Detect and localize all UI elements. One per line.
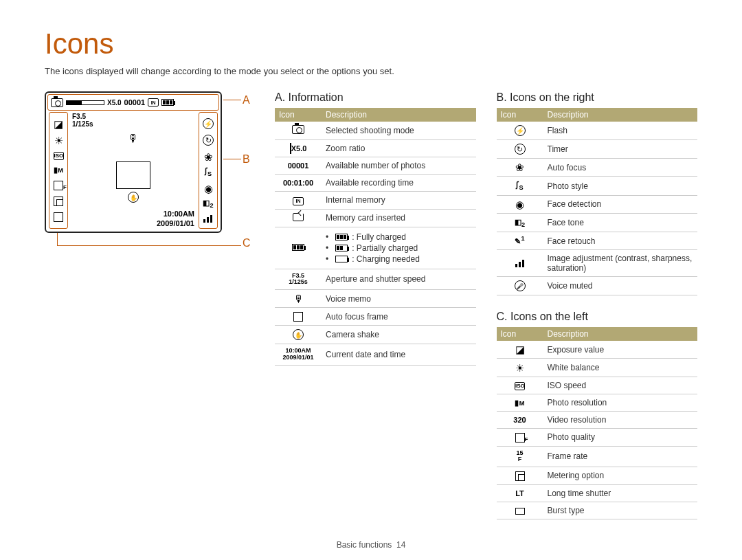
desc: Memory card inserted bbox=[322, 209, 476, 227]
desc: Zoom ratio bbox=[322, 140, 476, 157]
table-b: IconDescription Flash Timer ❀Auto focus … bbox=[497, 108, 698, 295]
desc: Available number of photos bbox=[322, 157, 476, 175]
camera-mode-icon bbox=[51, 98, 63, 107]
desc: Internal memory bbox=[322, 192, 476, 210]
voice-muted-icon bbox=[515, 280, 526, 291]
desc: Auto focus frame bbox=[322, 308, 476, 326]
table-c: IconDescription ◪Exposure value ☀White b… bbox=[497, 327, 698, 519]
battery-full-icon bbox=[335, 234, 348, 240]
desc: Camera shake bbox=[322, 326, 476, 344]
photo-resolution-icon: ▮м bbox=[515, 399, 524, 407]
label-a: A bbox=[243, 94, 250, 107]
label-c: C bbox=[243, 237, 251, 249]
long-time-shutter-icon: LT bbox=[515, 490, 524, 497]
flash-icon bbox=[515, 125, 526, 136]
col-icon: Icon bbox=[275, 108, 322, 122]
col-desc: Description bbox=[543, 108, 698, 122]
timer-icon bbox=[515, 144, 526, 155]
zoom-label: X5.0 bbox=[107, 99, 122, 107]
battery-partial-icon bbox=[335, 245, 348, 251]
rec-time-icon: 00:01:00 bbox=[283, 179, 313, 187]
desc: Available recording time bbox=[322, 175, 476, 192]
face-retouch-icon: ✎1 bbox=[515, 236, 524, 245]
section-c-heading: C. Icons on the left bbox=[497, 311, 698, 323]
auto-focus-icon: ❀ bbox=[204, 152, 213, 162]
auto-focus-icon: ❀ bbox=[515, 162, 524, 172]
col-icon: Icon bbox=[497, 108, 543, 122]
iso-speed-icon: ISO bbox=[515, 382, 525, 390]
battery-icon bbox=[292, 244, 304, 251]
exposure-value-icon: ◪ bbox=[515, 344, 525, 355]
intro-text: The icons displayed will change accordin… bbox=[45, 66, 697, 76]
image-adjust-icon bbox=[515, 260, 525, 267]
section-a: A. Information Icon Description Selected… bbox=[275, 91, 476, 519]
aperture-shutter-icon: F3.51/125s bbox=[289, 273, 308, 286]
voice-memo-icon: 🎙 bbox=[46, 133, 221, 145]
section-c: C. Icons on the left IconDescription ◪Ex… bbox=[497, 311, 698, 519]
main-layout: X5.0 00001 IN F3.51/125s ❀ ʃS ◉ ◧2 bbox=[45, 91, 697, 519]
image-adjust-icon bbox=[203, 215, 213, 223]
exposure-value-icon: ◪ bbox=[54, 119, 63, 129]
desc: Voice memo bbox=[322, 289, 476, 307]
page-title: Icons bbox=[45, 27, 697, 60]
photo-quality-icon bbox=[515, 433, 525, 443]
photo-resolution-icon: ▮м bbox=[54, 166, 63, 174]
shot-counter: 00001 bbox=[124, 98, 146, 107]
camera-shake-icon bbox=[46, 190, 221, 203]
af-frame-icon bbox=[116, 161, 150, 189]
zoom-bar-icon bbox=[66, 100, 104, 105]
memory-card-icon bbox=[293, 213, 304, 221]
lcd-time: 10:00AM bbox=[164, 210, 194, 218]
face-detection-icon: ◉ bbox=[515, 199, 524, 210]
datetime-icon: 10:00AM2009/01/01 bbox=[282, 348, 313, 361]
voice-memo-icon: 🎙 bbox=[293, 293, 304, 304]
col-desc: Description bbox=[322, 108, 476, 122]
face-tone-icon: ◧2 bbox=[515, 219, 525, 228]
region-b-box: ❀ ʃS ◉ ◧2 bbox=[199, 112, 218, 229]
page-footer: Basic functions 14 bbox=[45, 540, 697, 550]
white-balance-icon: ☀ bbox=[515, 363, 524, 373]
section-b: B. Icons on the right IconDescription Fl… bbox=[497, 91, 698, 295]
region-a-box: X5.0 00001 IN bbox=[47, 94, 219, 111]
metering-icon bbox=[515, 471, 525, 481]
lcd-screen: X5.0 00001 IN F3.51/125s ❀ ʃS ◉ ◧2 bbox=[45, 91, 222, 233]
video-resolution-icon: 320 bbox=[513, 416, 526, 424]
photo-quality-icon bbox=[54, 181, 63, 190]
table-a: Icon Description Selected shooting mode … bbox=[275, 108, 476, 366]
label-b: B bbox=[243, 153, 250, 166]
photo-style-icon: ʃS bbox=[516, 181, 523, 191]
desc: Current date and time bbox=[322, 344, 476, 365]
section-b-heading: B. Icons on the right bbox=[497, 91, 698, 104]
frame-rate-icon: 15F bbox=[516, 450, 523, 463]
desc: Aperture and shutter speed bbox=[322, 269, 476, 289]
counter-icon: 00001 bbox=[288, 162, 309, 170]
col-icon: Icon bbox=[497, 327, 543, 341]
photo-style-icon: ʃS bbox=[205, 168, 212, 177]
aperture-shutter-display: F3.51/125s bbox=[72, 113, 93, 128]
desc: : Fully charged : Partially charged : Ch… bbox=[322, 227, 476, 269]
camera-mode-icon bbox=[292, 125, 304, 134]
zoom-bar-icon bbox=[290, 143, 291, 154]
flash-icon bbox=[203, 118, 214, 129]
desc: Selected shooting mode bbox=[322, 122, 476, 140]
region-c-box: ◪ ☀ ISO ▮м bbox=[49, 112, 68, 229]
af-frame-icon bbox=[293, 312, 303, 322]
section-a-heading: A. Information bbox=[275, 91, 476, 104]
battery-full-icon bbox=[161, 99, 174, 106]
internal-memory-icon: IN bbox=[293, 197, 304, 205]
burst-type-icon bbox=[515, 508, 525, 515]
lcd-date: 2009/01/01 bbox=[157, 219, 194, 227]
diagram-column: X5.0 00001 IN F3.51/125s ❀ ʃS ◉ ◧2 bbox=[45, 91, 254, 519]
col-desc: Description bbox=[543, 327, 698, 341]
iso-speed-icon: ISO bbox=[54, 152, 64, 160]
burst-type-icon bbox=[54, 212, 63, 222]
camera-shake-icon bbox=[293, 329, 304, 340]
internal-memory-icon: IN bbox=[148, 98, 159, 107]
battery-empty-icon bbox=[335, 256, 348, 262]
